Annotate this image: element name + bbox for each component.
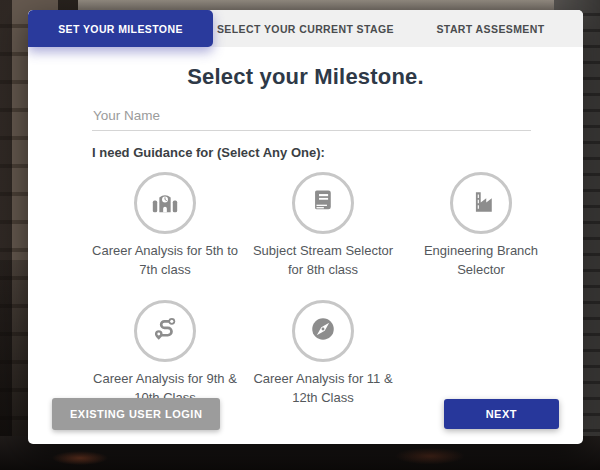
- your-name-input[interactable]: [92, 104, 531, 131]
- option-career-analysis-5th-7th[interactable]: Career Analysis for 5th to 7th class: [86, 172, 244, 280]
- milestone-dialog: SET YOUR MILESTONE SELECT YOUR CURRENT S…: [28, 10, 583, 444]
- school-building-icon: [148, 184, 182, 222]
- option-circle[interactable]: [134, 172, 196, 234]
- page-title: Select your Milestone.: [28, 64, 583, 90]
- option-label: Career Analysis for 5th to 7th class: [86, 242, 244, 280]
- option-engineering-branch-selector[interactable]: Engineering Branch Selector: [402, 172, 560, 280]
- tab-select-your-current-stage[interactable]: SELECT YOUR CURRENT STAGE: [213, 10, 398, 47]
- wizard-tabbar: SET YOUR MILESTONE SELECT YOUR CURRENT S…: [28, 10, 583, 47]
- option-circle[interactable]: [292, 172, 354, 234]
- option-career-analysis-11-12th[interactable]: Career Analysis for 11 & 12th Class: [244, 300, 402, 408]
- route-icon: [148, 312, 182, 350]
- option-label: Engineering Branch Selector: [402, 242, 560, 280]
- option-circle[interactable]: [134, 300, 196, 362]
- milestone-options: Career Analysis for 5th to 7th class Sub…: [86, 172, 525, 407]
- form-area: I need Guidance for (Select Any One):: [92, 104, 531, 160]
- compass-icon: [306, 312, 340, 350]
- option-circle[interactable]: [292, 300, 354, 362]
- option-career-analysis-9th-10th[interactable]: Career Analysis for 9th & 10th Class: [86, 300, 244, 408]
- factory-icon: [464, 184, 498, 222]
- option-label: Subject Stream Selector for 8th class: [244, 242, 402, 280]
- option-subject-stream-selector-8th[interactable]: Subject Stream Selector for 8th class: [244, 172, 402, 280]
- tab-start-assesment[interactable]: START ASSESMENT: [398, 10, 583, 47]
- option-circle[interactable]: [450, 172, 512, 234]
- existing-user-login-button[interactable]: EXISTING USER LOGIN: [52, 398, 220, 430]
- guidance-label: I need Guidance for (Select Any One):: [92, 145, 531, 160]
- next-button[interactable]: NEXT: [444, 399, 559, 429]
- tab-set-your-milestone[interactable]: SET YOUR MILESTONE: [28, 10, 213, 47]
- footer-actions: EXISTING USER LOGIN NEXT: [28, 398, 583, 430]
- book-icon: [306, 184, 340, 222]
